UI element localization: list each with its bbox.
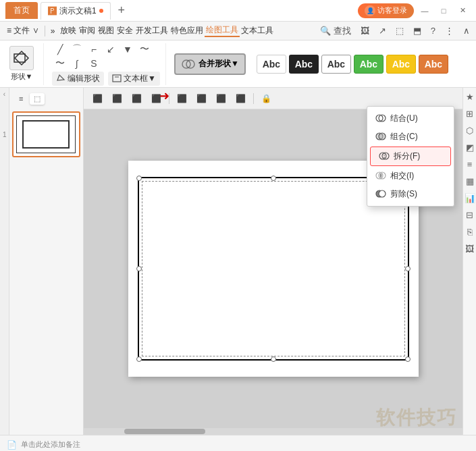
- wave4[interactable]: S: [86, 57, 102, 70]
- search-btn[interactable]: 🔍 查找: [317, 24, 354, 38]
- align-center-btn[interactable]: ⬛: [109, 92, 126, 105]
- tab-doc[interactable]: 🅿 演示文稿1: [41, 2, 111, 20]
- shape-tools-group: ╱ ⌒ ⌐ ↙ ▼ 〜 〜 ∫ S 编辑形状 文本框▼: [52, 43, 166, 85]
- h-scrollbar-thumb[interactable]: [124, 429, 205, 434]
- note-placeholder[interactable]: 单击此处添加备注: [21, 440, 80, 450]
- menu-sep-1: [45, 26, 45, 36]
- handle-bl[interactable]: [136, 356, 142, 362]
- curve-tool[interactable]: ⌒: [69, 43, 85, 56]
- handle-bc[interactable]: [271, 356, 276, 362]
- slide-number: 1: [3, 131, 7, 138]
- image-side-icon[interactable]: 🖼: [464, 242, 475, 255]
- tab-security[interactable]: 安全: [115, 25, 134, 36]
- edit-shape-btn[interactable]: 编辑形状: [52, 72, 104, 86]
- menu-right: 🔍 查找 🖼 ↗ ⬚ ⬒ ? ⋮ ∧: [317, 24, 473, 38]
- close-btn[interactable]: ✕: [454, 4, 471, 18]
- copy-icon[interactable]: ⬡: [465, 124, 475, 137]
- tab-text[interactable]: 文本工具: [240, 25, 275, 36]
- tab-view[interactable]: 视图: [97, 25, 115, 36]
- slide-rect: [22, 120, 70, 149]
- subtract-btn[interactable]: 剪除(S): [367, 185, 454, 203]
- tab-features[interactable]: 特色应用: [169, 25, 205, 36]
- layout-icon[interactable]: ⊞: [465, 107, 475, 120]
- fragment-btn[interactable]: 拆分(F): [370, 147, 451, 166]
- link-icon[interactable]: ⎘: [466, 226, 474, 238]
- intersect-btn[interactable]: 相交(I): [367, 167, 454, 185]
- handle-ml[interactable]: [136, 266, 142, 271]
- star-icon[interactable]: ★: [465, 90, 475, 103]
- wave3[interactable]: ∫: [69, 57, 85, 70]
- arrow-indicator: ➜: [159, 88, 169, 103]
- combine-btn[interactable]: 结合(U): [367, 109, 454, 128]
- maximize-btn[interactable]: □: [435, 4, 452, 18]
- slide-inner: [16, 115, 76, 153]
- align-right-btn[interactable]: ⬛: [128, 92, 145, 105]
- text-style-green[interactable]: Abc: [354, 55, 384, 74]
- spacing-icon[interactable]: ≡: [466, 158, 474, 171]
- combine-icon: [375, 113, 386, 124]
- corner-tool[interactable]: ⌐: [86, 43, 102, 56]
- chart-icon[interactable]: ▦: [465, 175, 475, 188]
- thumb-view-btn[interactable]: ⬚: [30, 93, 45, 105]
- handle-tl[interactable]: [136, 176, 142, 181]
- tab-home[interactable]: 首页: [5, 2, 38, 19]
- lock-btn[interactable]: 🔒: [258, 92, 275, 105]
- tab-draw[interactable]: 绘图工具: [205, 24, 240, 37]
- collapse-sidebar-btn[interactable]: ‹: [3, 90, 5, 98]
- arrow-tool[interactable]: ↙: [103, 43, 119, 56]
- compose-icon: [375, 131, 386, 142]
- svg-point-16: [379, 190, 386, 197]
- h-scrollbar[interactable]: [84, 428, 462, 435]
- handle-mr[interactable]: [405, 266, 411, 271]
- handle-br[interactable]: [405, 356, 411, 362]
- tab-devtools[interactable]: 开发工具: [134, 25, 169, 36]
- merge-dropdown: 结合(U) 组合(C): [367, 106, 454, 207]
- text-style-orange[interactable]: Abc: [419, 55, 448, 74]
- ribbon: 形状▼ ╱ ⌒ ⌐ ↙ ▼ 〜 〜 ∫ S 编辑形状 文本框▼: [0, 41, 476, 88]
- list-view-btn[interactable]: ≡: [15, 93, 27, 105]
- line-tool[interactable]: ╱: [52, 43, 68, 56]
- shapes-btn[interactable]: 形状▼: [5, 43, 38, 84]
- svg-marker-1: [15, 51, 28, 65]
- tab-review[interactable]: 审阅: [78, 25, 97, 36]
- send-back-btn[interactable]: ⬛: [193, 92, 210, 105]
- image-btn[interactable]: 🖼: [357, 24, 373, 37]
- minimize-btn[interactable]: —: [417, 4, 433, 18]
- merge-shapes-btn[interactable]: 合并形状▼: [174, 53, 246, 75]
- format-icon[interactable]: ◩: [465, 141, 475, 154]
- bar-icon[interactable]: 📊: [463, 192, 477, 205]
- text-style-yellow[interactable]: Abc: [386, 55, 416, 74]
- more-btn[interactable]: ⋮: [442, 24, 457, 37]
- wave1[interactable]: 〜: [136, 43, 153, 56]
- text-style-outline[interactable]: Abc: [321, 55, 351, 74]
- align-left-btn[interactable]: ⬛: [89, 92, 106, 105]
- hamburger-menu[interactable]: ≡ 文件 ∨: [3, 24, 43, 38]
- filter-icon[interactable]: ⊟: [465, 209, 475, 221]
- share-btn[interactable]: ↗: [375, 24, 390, 37]
- text-style-black[interactable]: Abc: [289, 55, 319, 74]
- collapse-btn[interactable]: ∧: [460, 24, 473, 37]
- text-frame-btn[interactable]: 文本框▼: [108, 72, 160, 86]
- group-btn[interactable]: ⬛: [213, 92, 230, 105]
- svg-rect-0: [14, 54, 25, 62]
- rotate-btn[interactable]: ⬛: [232, 92, 249, 105]
- modified-dot: [99, 9, 103, 13]
- compose-label: 组合(C): [390, 131, 418, 142]
- help-btn[interactable]: ?: [427, 24, 439, 37]
- compose-btn[interactable]: 组合(C): [367, 128, 454, 146]
- wave2[interactable]: 〜: [52, 57, 68, 70]
- add-tab-btn[interactable]: +: [113, 3, 130, 19]
- title-bar: 首页 🅿 演示文稿1 + 👤 访客登录 — □ ✕: [0, 0, 476, 22]
- bring-forward-btn[interactable]: ⬛: [174, 92, 190, 105]
- more-shapes[interactable]: ▼: [120, 43, 136, 56]
- nav-arrow[interactable]: »: [47, 25, 59, 37]
- text-style-white[interactable]: Abc: [257, 55, 286, 74]
- visit-login-btn[interactable]: 👤 访客登录: [358, 3, 414, 18]
- handle-tc[interactable]: [271, 176, 276, 181]
- slide-view-toggle: ≡ ⬚: [12, 92, 80, 106]
- tab-playback[interactable]: 放映: [59, 25, 78, 36]
- slide-1-thumb[interactable]: [12, 111, 80, 157]
- print-btn[interactable]: ⬚: [392, 24, 407, 37]
- shape-tools: ╱ ⌒ ⌐ ↙ ▼ 〜 〜 ∫ S: [52, 43, 160, 70]
- layout-btn[interactable]: ⬒: [410, 24, 425, 37]
